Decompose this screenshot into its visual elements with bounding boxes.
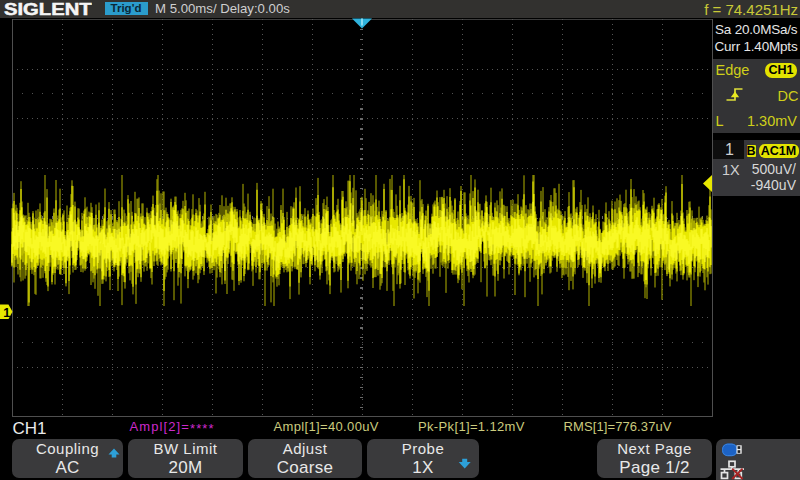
svg-text:1: 1	[3, 306, 10, 320]
